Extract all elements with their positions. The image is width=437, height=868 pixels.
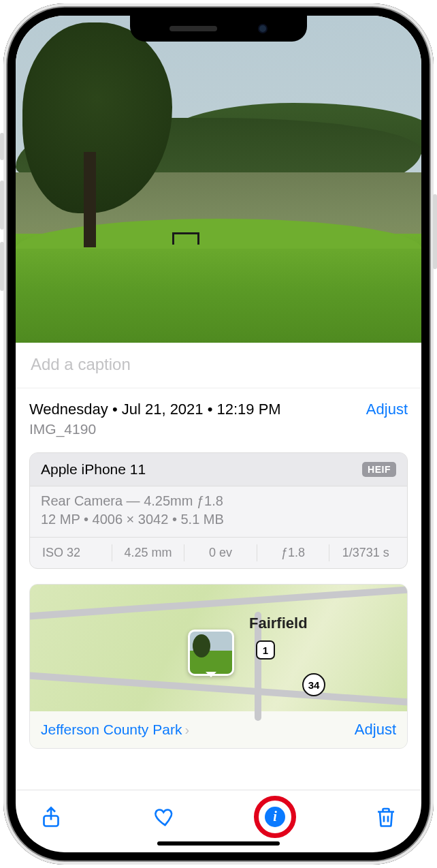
chevron-right-icon: › [184, 722, 189, 737]
format-badge: HEIF [362, 462, 396, 477]
lens-info: Rear Camera — 4.25mm ƒ1.8 [41, 493, 396, 509]
heart-icon [152, 805, 176, 829]
image-specs: 12 MP • 4006 × 3042 • 5.1 MB [41, 512, 396, 527]
location-name-button[interactable]: Jefferson County Park› [41, 722, 189, 738]
camera-info-card: Apple iPhone 11 HEIF Rear Camera — 4.25m… [29, 452, 408, 569]
photo-filename: IMG_4190 [29, 421, 408, 437]
caption-input[interactable] [31, 355, 406, 374]
date-row: Wednesday • Jul 21, 2021 • 12:19 PM Adju… [29, 401, 408, 418]
volume-down-button [0, 242, 4, 291]
exif-row: ISO 32 4.25 mm 0 ev ƒ1.8 1/3731 s [30, 538, 407, 568]
location-name-label: Jefferson County Park [41, 722, 182, 737]
device-name: Apple iPhone 11 [41, 461, 146, 478]
photo-location-pin[interactable] [188, 630, 234, 676]
share-icon [39, 805, 63, 829]
map-city-label: Fairfield [249, 615, 308, 632]
location-card: Fairfield 1 34 Jefferson County Park› Ad… [29, 584, 408, 749]
trash-icon [374, 805, 398, 829]
exif-iso: ISO 32 [35, 544, 112, 561]
adjust-datetime-button[interactable]: Adjust [366, 401, 408, 418]
info-icon: i [265, 807, 285, 827]
share-button[interactable] [39, 805, 63, 829]
info-button[interactable]: i [265, 807, 285, 827]
home-indicator[interactable] [157, 841, 280, 846]
phone-frame: Wednesday • Jul 21, 2021 • 12:19 PM Adju… [3, 3, 434, 865]
exif-shutter: 1/3731 s [329, 544, 402, 561]
photo-datetime: Wednesday • Jul 21, 2021 • 12:19 PM [29, 401, 281, 418]
exif-ev: 0 ev [184, 544, 257, 561]
favorite-button[interactable] [152, 805, 176, 829]
route-badge-34: 34 [302, 673, 325, 696]
caption-row [16, 343, 421, 388]
info-panel: Wednesday • Jul 21, 2021 • 12:19 PM Adju… [16, 388, 421, 790]
adjust-location-button[interactable]: Adjust [355, 721, 396, 739]
volume-up-button [0, 181, 4, 230]
route-badge-1: 1 [256, 640, 275, 660]
mute-switch [0, 133, 4, 160]
location-map[interactable]: Fairfield 1 34 [30, 585, 407, 711]
exif-aperture: ƒ1.8 [257, 544, 330, 561]
exif-focal: 4.25 mm [112, 544, 185, 561]
power-button [433, 194, 437, 269]
screen: Wednesday • Jul 21, 2021 • 12:19 PM Adju… [16, 16, 421, 852]
photo-preview[interactable] [16, 16, 421, 343]
notch [130, 16, 307, 42]
delete-button[interactable] [374, 805, 398, 829]
